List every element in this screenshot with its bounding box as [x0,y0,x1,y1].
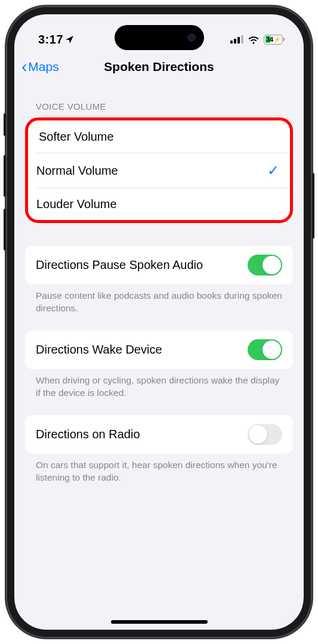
voice-volume-header: VOICE VOLUME [25,101,293,117]
screen: 3:17 34⚡ ‹ Maps Spoken Direct [14,14,304,630]
wake-device-toggle[interactable] [248,339,282,360]
wake-device-footer: When driving or cycling, spoken directio… [25,369,293,400]
phone-frame: 3:17 34⚡ ‹ Maps Spoken Direct [6,6,312,638]
voice-volume-group: Softer Volume Normal Volume ✓ Louder Vol… [25,117,293,223]
option-label: Normal Volume [36,164,118,178]
normal-volume-row[interactable]: Normal Volume ✓ [36,153,290,188]
radio-footer: On cars that support it, hear spoken dir… [25,454,293,484]
volume-down-button [4,209,6,250]
content: VOICE VOLUME Softer Volume Normal Volume… [14,83,304,484]
cellular-icon [230,35,243,44]
pause-audio-row[interactable]: Directions Pause Spoken Audio [25,246,293,284]
softer-volume-row[interactable]: Softer Volume [28,120,290,153]
status-left: 3:17 [38,33,75,47]
wake-device-row[interactable]: Directions Wake Device [25,330,293,369]
pause-audio-footer: Pause content like podcasts and audio bo… [25,284,293,315]
battery-icon: 34⚡ [264,35,285,45]
option-label: Softer Volume [39,130,114,144]
back-button[interactable]: ‹ Maps [21,58,59,75]
nav-bar: ‹ Maps Spoken Directions [14,51,304,83]
setting-label: Directions on Radio [36,428,140,441]
pause-audio-group: Directions Pause Spoken Audio [25,246,293,284]
radio-toggle[interactable] [248,424,282,445]
silent-switch [4,113,6,136]
back-label: Maps [28,60,58,74]
page-title: Spoken Directions [104,60,214,74]
setting-label: Directions Wake Device [36,343,162,357]
status-time: 3:17 [38,33,63,47]
volume-up-button [4,155,6,197]
wake-device-group: Directions Wake Device [25,330,293,369]
power-button [312,173,314,239]
pause-audio-toggle[interactable] [248,255,282,275]
option-label: Louder Volume [36,197,117,211]
louder-volume-row[interactable]: Louder Volume [36,188,290,220]
radio-group: Directions on Radio [25,415,293,454]
setting-label: Directions Pause Spoken Audio [36,258,203,272]
home-indicator[interactable] [111,620,208,624]
wifi-icon [248,35,260,44]
chevron-left-icon: ‹ [21,58,27,75]
dynamic-island [115,25,204,50]
front-camera [187,33,196,42]
checkmark-icon: ✓ [267,162,279,179]
location-icon [65,35,75,44]
radio-row[interactable]: Directions on Radio [25,415,293,454]
status-right: 34⚡ [230,35,285,45]
